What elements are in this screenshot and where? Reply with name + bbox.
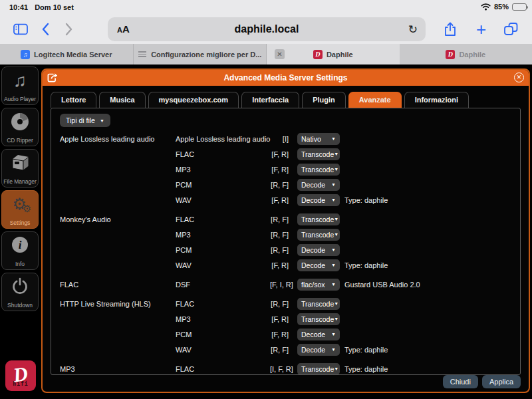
row-note: Type: daphile — [344, 261, 388, 269]
format-tags: [F, R] — [270, 315, 289, 323]
select-value: Decode — [301, 261, 325, 269]
tab-mysqueezebox.com[interactable]: mysqueezebox.com — [148, 92, 239, 108]
music-note-icon: ♫ — [2, 70, 38, 90]
chevron-down-icon: ▼ — [331, 247, 336, 252]
tab-close-icon[interactable]: ✕ — [275, 49, 285, 59]
sidebar-item-label: Settings — [10, 219, 31, 226]
transcode-select[interactable]: Transcode▼ — [297, 164, 340, 176]
transcode-row: MP3[F, R]Transcode▼ — [60, 311, 520, 327]
tab-informazioni[interactable]: Informazioni — [404, 92, 469, 108]
daphile-logo: D hifi — [5, 360, 36, 391]
tab-avanzate[interactable]: Avanzate — [348, 92, 402, 108]
select-value: Transcode — [301, 231, 334, 239]
sidebar-item-label: Shutdown — [7, 302, 33, 309]
section-label: MP3 — [60, 365, 176, 373]
reload-icon[interactable]: ↻ — [408, 23, 418, 37]
power-icon — [2, 277, 38, 295]
tab-plugin[interactable]: Plugin — [302, 92, 346, 108]
select-value: Transcode — [301, 315, 334, 323]
select-value: Transcode — [301, 215, 334, 223]
select-value: flac/sox — [301, 281, 325, 289]
forward-icon[interactable] — [65, 23, 73, 36]
tab-interfaccia[interactable]: Interfaccia — [241, 92, 299, 108]
gears-icon: ⚙⚙ — [2, 194, 38, 219]
sidebar-item-settings[interactable]: ⚙⚙Settings — [1, 190, 39, 229]
select-value: Transcode — [301, 150, 334, 158]
transcode-select[interactable]: Decode▼ — [297, 179, 340, 191]
section-label: FLAC — [60, 281, 176, 289]
format-tags: [I] — [270, 135, 289, 143]
browser-tab[interactable]: ♫Logitech Media Server — [0, 44, 134, 65]
select-value: Decode — [301, 196, 325, 204]
chevron-down-icon: ▼ — [331, 263, 336, 267]
tab-musica[interactable]: Musica — [99, 92, 145, 108]
chiudi-button[interactable]: Chiudi — [443, 375, 478, 388]
transcode-row: WAV[F, R]Decode▼Type: daphile — [60, 257, 520, 273]
browser-tab[interactable]: ✕DDaphile — [267, 44, 400, 65]
sidebar-item-audio-player[interactable]: ♫Audio Player — [1, 66, 39, 105]
transcode-select[interactable]: Decode▼ — [297, 344, 340, 356]
chevron-down-icon: ▼ — [334, 167, 338, 172]
transcode-select[interactable]: Transcode▼ — [297, 229, 340, 241]
tab-title: Logitech Media Server — [34, 51, 112, 59]
transcode-select[interactable]: Transcode▼ — [297, 298, 340, 310]
format-tags: [F, R] — [270, 150, 289, 158]
file-types-panel: Tipi di file▼ Apple Lossless leading aud… — [51, 108, 521, 375]
format-label: DSF — [176, 281, 270, 289]
transcode-row: MP3[R, F]Transcode▼ — [60, 227, 520, 242]
sidebar-item-cd-ripper[interactable]: CD Ripper — [1, 108, 39, 146]
format-label: WAV — [176, 261, 270, 269]
transcode-select[interactable]: Nativo▼ — [297, 133, 340, 145]
chevron-down-icon: ▼ — [331, 282, 336, 287]
applica-button[interactable]: Applica — [482, 375, 521, 388]
sidebar-toggle-icon[interactable] — [13, 24, 28, 35]
sidebar-item-label: Audio Player — [4, 96, 36, 102]
export-icon[interactable] — [47, 72, 58, 82]
transcode-row: Monkey's AudioFLAC[R, F]Transcode▼ — [60, 211, 520, 227]
browser-tab[interactable]: Configurazione migliore per D... — [134, 44, 267, 65]
transcode-select[interactable]: Transcode▼ — [297, 313, 340, 325]
url-bar[interactable]: AA daphile.local ↻ — [108, 17, 426, 41]
browser-tab[interactable]: DDaphile — [400, 44, 532, 65]
clock: 10:41 — [9, 3, 28, 11]
dialog-title: Advanced Media Server Settings — [223, 73, 347, 82]
transcode-select[interactable]: Transcode▼ — [297, 213, 340, 225]
transcode-row: HTTP Live Streaming (HLS)FLAC[R, F]Trans… — [60, 296, 520, 311]
select-value: Decode — [301, 181, 325, 189]
transcode-select[interactable]: flac/sox▼ — [297, 279, 340, 291]
format-label: FLAC — [176, 300, 270, 308]
back-icon[interactable] — [41, 23, 49, 36]
format-tags: [F, I, R] — [270, 281, 289, 289]
url-text[interactable]: daphile.local — [108, 23, 426, 35]
sidebar-item-info[interactable]: iInfo — [1, 231, 39, 270]
file-box-icon — [2, 153, 38, 172]
sidebar-item-file-manager[interactable]: File Manager — [1, 149, 39, 188]
transcode-row: PCM[F, R]Decode▼ — [60, 327, 520, 342]
format-label: FLAC — [176, 215, 270, 223]
transcode-section: MP3FLAC[I, F, R]Transcode▼Type: daphile — [60, 361, 520, 375]
config-favicon — [138, 50, 147, 59]
share-icon[interactable] — [444, 22, 456, 37]
transcode-section: HTTP Live Streaming (HLS)FLAC[R, F]Trans… — [60, 296, 520, 357]
transcode-select[interactable]: Decode▼ — [297, 244, 340, 256]
new-tab-icon[interactable]: + — [476, 19, 486, 40]
chevron-down-icon: ▼ — [100, 118, 104, 123]
file-types-dropdown[interactable]: Tipi di file▼ — [60, 114, 110, 127]
transcode-select[interactable]: Decode▼ — [297, 329, 340, 340]
transcode-row: PCM[R, F]Decode▼ — [60, 177, 520, 192]
format-tags: [R, F] — [270, 300, 289, 308]
settings-tabs: LettoreMusicamysqueezebox.comInterfaccia… — [43, 86, 529, 108]
reader-aa-button[interactable]: AA — [117, 23, 130, 35]
format-label: WAV — [176, 196, 270, 204]
transcode-select[interactable]: Decode▼ — [297, 194, 340, 206]
close-icon[interactable]: ✕ — [514, 72, 524, 82]
transcode-select[interactable]: Transcode▼ — [297, 148, 340, 160]
transcode-select[interactable]: Transcode▼ — [297, 363, 340, 375]
transcode-select[interactable]: Decode▼ — [297, 259, 340, 271]
sidebar-item-shutdown[interactable]: Shutdown — [1, 273, 39, 311]
chevron-down-icon: ▼ — [334, 217, 338, 221]
tab-lettore[interactable]: Lettore — [51, 92, 96, 108]
chevron-down-icon: ▼ — [334, 232, 338, 237]
transcode-section: Monkey's AudioFLAC[R, F]Transcode▼MP3[R,… — [60, 211, 520, 273]
tab-overview-icon[interactable] — [504, 23, 518, 36]
